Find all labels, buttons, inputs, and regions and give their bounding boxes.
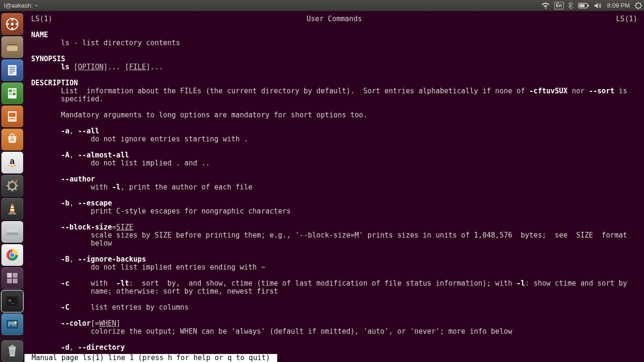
svg-rect-17 xyxy=(9,73,13,74)
desc-line-3: Mandatory arguments to long options are … xyxy=(31,111,637,119)
dash-home-icon[interactable] xyxy=(1,13,23,35)
svg-rect-21 xyxy=(9,93,12,95)
man-header-right: LS(1) xyxy=(616,15,637,23)
svg-rect-20 xyxy=(13,90,16,92)
impress-icon[interactable] xyxy=(1,106,23,127)
opt-c: -c with -lt: sort by, and show, ctime (t… xyxy=(31,280,637,288)
svg-rect-11 xyxy=(7,45,17,51)
svg-point-9 xyxy=(11,27,13,29)
man-header: LS(1) User Commands LS(1) xyxy=(31,15,637,23)
svg-rect-23 xyxy=(8,111,17,122)
svg-rect-40 xyxy=(7,279,12,283)
svg-rect-45 xyxy=(8,321,17,327)
svg-rect-12 xyxy=(7,45,17,47)
files-icon[interactable] xyxy=(1,36,23,58)
svg-rect-30 xyxy=(11,206,14,208)
opt-author-desc: with -l, print the author of each file xyxy=(31,183,637,191)
synopsis-line: ls [OPTION]... [FILE]... xyxy=(31,63,637,71)
battery-icon[interactable] xyxy=(578,3,589,8)
svg-rect-19 xyxy=(9,90,12,92)
svg-rect-47 xyxy=(8,346,16,348)
opt-a: -a, --all xyxy=(31,127,637,135)
opt-C: -C list entries by columns xyxy=(31,304,637,312)
svg-rect-18 xyxy=(8,88,17,99)
section-name: NAME xyxy=(31,31,637,39)
opt-c-desc-2: name; otherwise: sort by ctime, newest f… xyxy=(31,288,637,296)
svg-point-28 xyxy=(8,182,16,189)
svg-rect-24 xyxy=(9,113,16,117)
svg-point-8 xyxy=(11,19,13,21)
vlc-icon[interactable] xyxy=(1,198,23,220)
drive-icon[interactable] xyxy=(1,221,23,243)
svg-rect-13 xyxy=(8,65,17,75)
svg-rect-16 xyxy=(9,71,15,72)
man-header-center: User Commands xyxy=(52,15,616,23)
svg-rect-15 xyxy=(9,69,15,70)
chrome-icon[interactable] xyxy=(1,244,23,266)
volume-icon[interactable] xyxy=(594,2,603,9)
svg-rect-2 xyxy=(579,4,585,7)
network-wifi-icon[interactable] xyxy=(541,2,550,9)
svg-rect-44 xyxy=(7,320,18,329)
svg-point-36 xyxy=(9,252,15,258)
opt-b-desc: print C-style escapes for nongraphic cha… xyxy=(31,207,637,215)
svg-point-37 xyxy=(10,253,15,257)
name-line: ls - list directory contents xyxy=(31,39,637,47)
screenshot-icon[interactable] xyxy=(1,313,23,335)
window-title: l@aakash: ~ xyxy=(4,2,541,9)
opt-d: -d, --directory xyxy=(31,344,637,352)
svg-point-34 xyxy=(16,233,17,234)
svg-rect-39 xyxy=(13,273,17,278)
top-panel: l@aakash: ~ En 8:09 PM xyxy=(0,0,644,11)
opt-color-desc: colorize the output; WHEN can be 'always… xyxy=(31,328,637,336)
keyboard-language-indicator[interactable]: En xyxy=(554,2,564,9)
opt-author: --author xyxy=(31,175,637,183)
unity-launcher: A a >_ xyxy=(0,11,25,362)
svg-point-7 xyxy=(16,23,17,25)
opt-block-desc-2: below xyxy=(31,239,637,247)
workspace-switcher-icon[interactable] xyxy=(1,267,23,289)
amazon-icon[interactable]: a xyxy=(1,152,23,173)
desc-line-1: List information about the FILEs (the cu… xyxy=(31,87,637,95)
svg-rect-38 xyxy=(7,273,12,278)
svg-point-5 xyxy=(11,23,14,25)
svg-rect-48 xyxy=(11,345,14,346)
section-description: DESCRIPTION xyxy=(31,79,637,87)
opt-a-desc: do not ignore entries starting with . xyxy=(31,135,637,143)
trash-icon[interactable] xyxy=(1,340,23,362)
opt-A-desc: do not list implied . and .. xyxy=(31,159,637,167)
svg-rect-14 xyxy=(9,67,15,68)
gear-shutdown-icon[interactable] xyxy=(635,2,642,9)
opt-color: --color[=WHEN] xyxy=(31,320,637,328)
svg-rect-42 xyxy=(7,296,18,306)
svg-rect-33 xyxy=(7,232,18,235)
terminal-viewport[interactable]: LS(1) User Commands LS(1) NAME ls - list… xyxy=(25,11,644,362)
terminal-icon[interactable]: >_ xyxy=(1,290,23,312)
svg-text:a: a xyxy=(10,156,15,166)
man-header-left: LS(1) xyxy=(31,15,52,23)
opt-block-size: --block-size=SIZE xyxy=(31,223,637,231)
opt-B-desc: do not list implied entries ending with … xyxy=(31,263,637,272)
bluetooth-icon[interactable] xyxy=(569,2,573,9)
svg-text:>_: >_ xyxy=(8,298,15,304)
calc-icon[interactable] xyxy=(1,82,23,104)
man-status-line: Manual page ls(1) line 1 (press h for he… xyxy=(25,354,277,362)
system-settings-icon[interactable] xyxy=(1,175,23,197)
svg-rect-1 xyxy=(587,5,589,7)
svg-point-4 xyxy=(7,18,18,30)
svg-point-29 xyxy=(11,184,14,187)
svg-point-6 xyxy=(7,23,9,25)
software-center-icon[interactable]: A xyxy=(1,129,23,150)
opt-b: -b, --escape xyxy=(31,199,637,207)
writer-icon[interactable] xyxy=(1,59,23,81)
svg-rect-41 xyxy=(13,279,17,283)
svg-rect-10 xyxy=(7,44,17,46)
opt-block-desc-1: scale sizes by SIZE before printing them… xyxy=(31,231,637,239)
svg-rect-31 xyxy=(10,209,15,211)
section-synopsis: SYNOPSIS xyxy=(31,55,637,63)
svg-rect-25 xyxy=(9,118,16,119)
clock[interactable]: 8:09 PM xyxy=(607,2,630,9)
svg-point-35 xyxy=(7,249,18,261)
svg-rect-22 xyxy=(13,93,16,95)
svg-rect-32 xyxy=(7,229,18,235)
